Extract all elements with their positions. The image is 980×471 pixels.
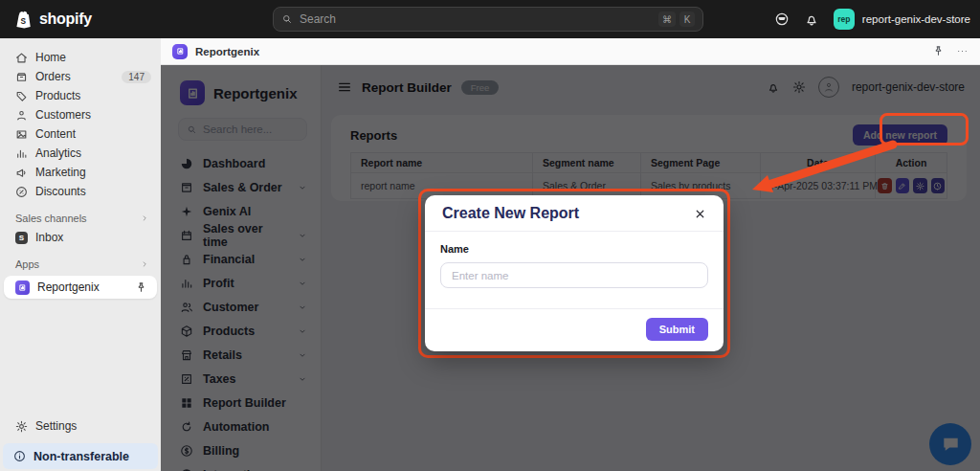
sidebar-item-reportgenix[interactable]: Reportgenix xyxy=(4,276,157,299)
bars-icon xyxy=(15,147,28,160)
sidebar-item-products[interactable]: Products xyxy=(0,86,161,105)
sidebar-item-content[interactable]: Content xyxy=(0,124,161,144)
info-icon xyxy=(13,450,26,462)
sidebar-item-customers[interactable]: Customers xyxy=(0,105,161,124)
submit-button[interactable]: Submit xyxy=(646,318,708,341)
non-transferable-banner[interactable]: Non-transferable xyxy=(3,443,158,469)
sidebar-item-home[interactable]: Home xyxy=(0,48,161,67)
chevR-icon xyxy=(140,259,149,269)
sidebar-item-discounts[interactable]: Discounts xyxy=(0,182,161,201)
megaphone-icon xyxy=(15,167,28,179)
apps-header[interactable]: Apps xyxy=(0,255,161,274)
app-topbar-title: Reportgenix xyxy=(195,46,259,57)
person-icon xyxy=(15,109,28,122)
reportgenix-app-icon xyxy=(172,44,188,59)
app-topbar: Reportgenix xyxy=(161,38,980,65)
sidebar-item-marketing[interactable]: Marketing xyxy=(0,163,161,182)
shopify-sidebar: HomeOrders147ProductsCustomersContentAna… xyxy=(0,38,161,471)
modal-title: Create New Report xyxy=(442,205,579,222)
shopify-logo: S shopify xyxy=(13,10,92,30)
sidebar-item-inbox[interactable]: SInbox xyxy=(0,228,161,247)
shop-icon: S xyxy=(15,232,28,244)
dots-icon xyxy=(956,45,969,57)
pin-icon xyxy=(932,45,945,57)
svg-text:S: S xyxy=(21,15,27,25)
face-icon xyxy=(774,11,790,27)
gear-icon xyxy=(15,420,28,433)
store-menu[interactable]: rep report-genix-dev-store xyxy=(834,9,970,30)
box-icon xyxy=(15,71,28,83)
modal-close-button[interactable] xyxy=(694,208,706,220)
brand-wordmark: shopify xyxy=(39,11,92,28)
count-badge: 147 xyxy=(122,71,151,83)
report-name-input[interactable] xyxy=(440,262,708,288)
store-name: report-genix-dev-store xyxy=(862,13,970,25)
house-icon xyxy=(15,52,28,64)
store-avatar: rep xyxy=(834,9,855,30)
name-field-label: Name xyxy=(440,243,708,255)
chevR-icon xyxy=(140,213,149,223)
image-icon xyxy=(15,128,28,141)
pin-icon xyxy=(135,281,147,294)
search-shortcut: ⌘ K xyxy=(658,11,695,27)
sales-channels-header[interactable]: Sales channels xyxy=(0,209,161,228)
percent-icon xyxy=(15,186,28,198)
tag-icon xyxy=(15,90,28,102)
sidebar-item-analytics[interactable]: Analytics xyxy=(0,144,161,163)
bell-icon xyxy=(804,11,819,27)
create-report-modal: Create New Report Name Submit xyxy=(425,195,724,351)
cmd-key: ⌘ xyxy=(658,11,676,27)
global-search[interactable]: ⌘ K xyxy=(273,7,703,32)
global-search-input[interactable] xyxy=(300,12,652,26)
chartframe-icon xyxy=(176,47,185,56)
close-icon xyxy=(694,208,706,220)
reportgenix-logo-icon xyxy=(15,280,30,295)
sidebar-item-orders[interactable]: Orders147 xyxy=(0,67,161,86)
k-key: K xyxy=(679,11,695,27)
chartframe-icon xyxy=(18,283,27,292)
search-icon xyxy=(281,13,293,25)
sidekick-button[interactable] xyxy=(774,11,790,27)
notifications-button[interactable] xyxy=(804,11,819,27)
sidebar-item-settings[interactable]: Settings xyxy=(0,416,161,436)
shopify-bag-icon: S xyxy=(13,10,33,30)
shopify-topbar: S shopify ⌘ K rep report-genix-dev-store xyxy=(0,0,980,38)
